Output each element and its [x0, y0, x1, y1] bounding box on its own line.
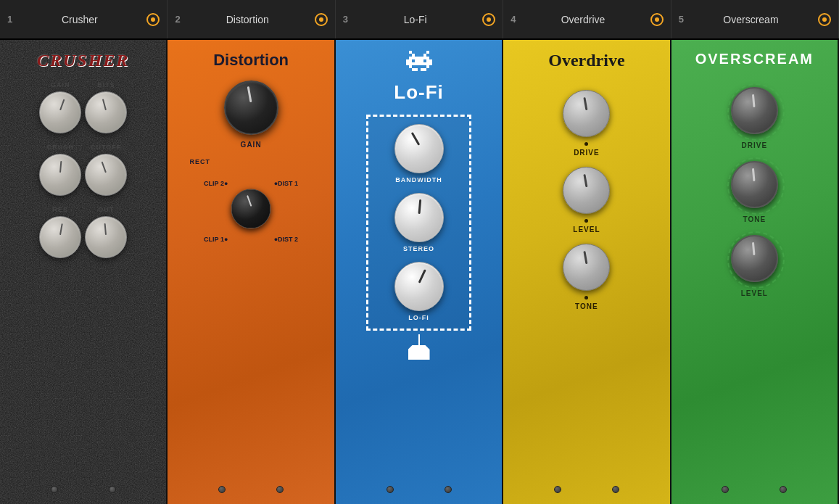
tab-number-3: 3 — [343, 14, 348, 25]
pedal-lofi: Lo-Fi BANDWIDTH STEREO Lo-Fi — [336, 40, 503, 504]
screw-lofi-left — [387, 486, 394, 493]
knob-container-os-drive: DRIVE — [731, 87, 778, 149]
tab-number-2: 2 — [175, 14, 180, 25]
od-drive-label: DRIVE — [574, 149, 600, 157]
rect-label: RECT — [189, 158, 210, 165]
pedal-area: Crusher GAIN BITS CRUSH CUT — [0, 40, 839, 504]
tab-number-1: 1 — [7, 14, 12, 25]
od-level-label: LEVEL — [573, 226, 600, 234]
svg-rect-3 — [423, 54, 426, 57]
tab-label-overscream: Overscream — [690, 14, 812, 25]
screw-os-left — [722, 486, 729, 493]
os-tone-label: TONE — [743, 215, 766, 223]
svg-rect-4 — [409, 57, 429, 59]
cutoff-label: CUTOFF — [91, 144, 121, 151]
distortion-title: Distortion — [213, 51, 289, 70]
knob-stereo[interactable] — [394, 193, 444, 242]
pedal-overdrive: Overdrive DRIVE LEVEL TONE — [503, 40, 671, 504]
tab-power-crusher[interactable] — [146, 13, 160, 26]
gain-label: GAIN — [51, 81, 70, 88]
overscream-title: OVERSCREAM — [695, 51, 814, 67]
knob-dist-selector[interactable] — [231, 189, 271, 229]
knob-container-lofi: Lo-Fi — [394, 262, 444, 321]
crusher-title: Crusher — [37, 51, 129, 70]
pedal-crusher: Crusher GAIN BITS CRUSH CUT — [0, 40, 168, 504]
tab-power-lofi[interactable] — [482, 13, 495, 26]
knob-dist-gain[interactable] — [224, 80, 278, 135]
tab-label-overdrive: Overdrive — [521, 14, 644, 25]
knob-crush[interactable] — [39, 154, 81, 196]
bandwidth-label: BANDWIDTH — [395, 176, 442, 183]
svg-rect-0 — [409, 51, 412, 54]
screw-lofi-right — [445, 486, 452, 493]
knob-od-drive[interactable] — [563, 90, 610, 137]
tab-overdrive[interactable]: 4 Overdrive — [503, 0, 671, 38]
tab-power-distortion[interactable] — [315, 13, 328, 26]
tab-crusher[interactable]: 1 Crusher — [0, 0, 168, 38]
lofi-title: Lo-Fi — [394, 81, 444, 104]
knob-container-dist-gain: GAIN — [224, 80, 278, 149]
knob-container-gain: GAIN — [39, 81, 81, 133]
drive-dot — [584, 142, 588, 146]
tab-bar: 1 Crusher 2 Distortion 3 Lo-Fi 4 Overdri… — [0, 0, 839, 40]
knob-os-drive[interactable] — [731, 87, 778, 134]
knob-container-out: OUT — [85, 206, 127, 258]
svg-rect-10 — [426, 65, 429, 68]
tab-power-overscream[interactable] — [818, 13, 831, 26]
screw-right — [109, 486, 116, 493]
svg-rect-5 — [406, 59, 412, 62]
knob-bits[interactable] — [85, 91, 127, 133]
knob-gain[interactable] — [39, 91, 81, 133]
space-invader-icon — [406, 51, 432, 78]
dist-gain-label: GAIN — [241, 141, 262, 149]
tab-overscream[interactable]: 5 Overscream — [671, 0, 839, 38]
knob-od-level[interactable] — [563, 167, 610, 214]
knob-bandwidth[interactable] — [394, 124, 444, 173]
knob-lofi[interactable] — [394, 262, 444, 311]
knob-cutoff[interactable] — [85, 154, 127, 196]
level-dot — [584, 219, 588, 223]
screw-od-right — [612, 486, 619, 493]
knob-container-od-level: LEVEL — [563, 167, 610, 234]
clip2-label: CLIP 2● — [204, 180, 228, 187]
res-label: RES — [52, 206, 68, 213]
tab-distortion[interactable]: 2 Distortion — [168, 0, 335, 38]
pedal-overscream: OVERSCREAM DRIVE TONE LEVEL — [671, 40, 839, 504]
tab-number-4: 4 — [511, 14, 516, 25]
lofi-knob-label: Lo-Fi — [408, 314, 429, 321]
tab-label-distortion: Distortion — [186, 14, 309, 25]
stereo-label: STEREO — [403, 245, 434, 252]
knob-os-level[interactable] — [731, 235, 778, 282]
knob-od-tone[interactable] — [563, 244, 610, 291]
knob-container-stereo: STEREO — [394, 193, 444, 252]
knob-os-tone[interactable] — [731, 161, 778, 208]
overdrive-title: Overdrive — [548, 51, 624, 70]
tab-power-overdrive[interactable] — [650, 13, 664, 26]
crush-label: CRUSH — [47, 144, 74, 151]
tab-label-lofi: Lo-Fi — [354, 14, 476, 25]
screw-left — [51, 486, 58, 493]
tone-dot — [584, 296, 588, 299]
lofi-output-line — [418, 334, 420, 345]
dist2-label: ●DIST 2 — [274, 236, 298, 243]
knob-container-od-tone: TONE — [563, 244, 610, 310]
knob-out[interactable] — [85, 216, 127, 258]
screw-dist-right — [276, 486, 284, 493]
knob-res[interactable] — [39, 216, 81, 258]
knob-container-res: RES — [39, 206, 81, 258]
svg-rect-1 — [426, 51, 429, 54]
dist1-label: ●DIST 1 — [274, 180, 298, 187]
lofi-jack — [408, 345, 430, 360]
tab-lofi[interactable]: 3 Lo-Fi — [336, 0, 503, 38]
svg-rect-2 — [412, 54, 415, 57]
screw-os-right — [780, 486, 787, 493]
knob-container-os-level: LEVEL — [731, 235, 778, 297]
tab-label-crusher: Crusher — [18, 14, 141, 25]
svg-rect-11 — [412, 68, 418, 71]
knob-container-bits: BITS — [85, 81, 127, 133]
bits-label: BITS — [97, 81, 115, 88]
lofi-frame: BANDWIDTH STEREO Lo-Fi — [366, 115, 471, 331]
svg-rect-6 — [415, 59, 423, 62]
pedal-distortion: Distortion GAIN RECT CLIP 2● ●DIST 1 CLI… — [168, 40, 335, 504]
os-drive-label: DRIVE — [742, 141, 768, 149]
